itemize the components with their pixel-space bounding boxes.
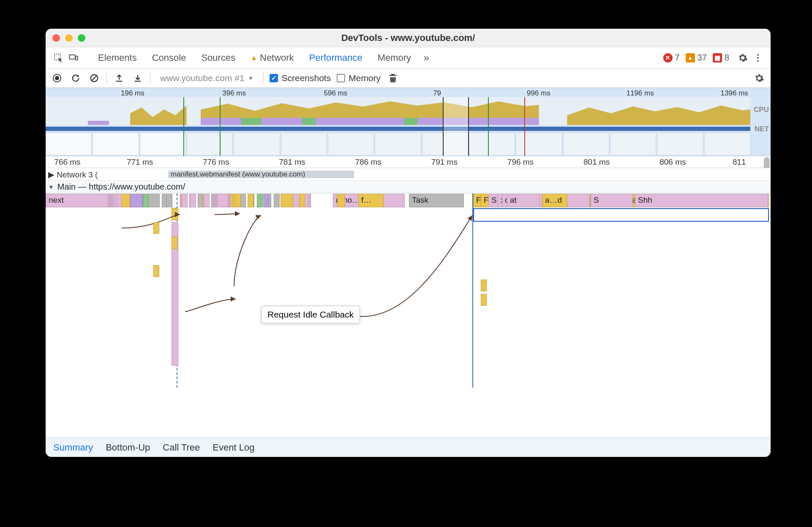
screenshots-label: Screenshots <box>281 73 331 83</box>
overview-net-label: NET <box>755 125 769 133</box>
detail-tab-calltree[interactable]: Call Tree <box>163 442 200 453</box>
tab-console[interactable]: Console <box>144 52 194 63</box>
minimize-icon[interactable] <box>65 34 73 42</box>
inspect-icon[interactable] <box>51 50 66 65</box>
ruler-tick: 806 ms <box>659 158 686 167</box>
detail-tab-eventlog[interactable]: Event Log <box>213 442 254 453</box>
error-count-value: 7 <box>675 53 680 62</box>
ruler-tick: 786 ms <box>355 158 381 167</box>
issue-count-value: 8 <box>725 53 729 62</box>
ov-tick: 1196 ms <box>627 89 654 98</box>
flame-cell[interactable] <box>481 294 487 306</box>
traffic-lights <box>52 34 85 42</box>
ov-tick: 396 ms <box>222 89 246 98</box>
warning-count[interactable]: 37 <box>686 53 707 62</box>
selected-frame <box>473 208 769 222</box>
window-title: DevTools - www.youtube.com/ <box>46 33 771 43</box>
overview-net <box>46 127 750 131</box>
reload-icon[interactable] <box>69 72 82 84</box>
detail-ruler[interactable]: 766 ms 771 ms 776 ms 781 ms 786 ms 791 m… <box>46 156 771 168</box>
record-icon[interactable] <box>51 72 63 84</box>
svg-point-7 <box>55 76 59 80</box>
flame-cell[interactable]: S <box>591 194 633 207</box>
network-track-title: Network 3 ( <box>57 170 98 179</box>
zoom-icon[interactable] <box>78 34 85 42</box>
tab-performance[interactable]: Performance <box>302 52 370 63</box>
flame-cell[interactable]: next <box>46 194 108 207</box>
tab-sources[interactable]: Sources <box>193 52 243 63</box>
clear-icon[interactable] <box>88 72 101 84</box>
expand-icon[interactable]: ▶ <box>48 170 54 179</box>
settings-icon[interactable] <box>735 50 750 65</box>
overview-cpu-label: CPU <box>754 106 769 114</box>
svg-point-5 <box>757 60 759 62</box>
overview-filmstrip <box>46 133 750 155</box>
flame-chart[interactable]: Task T… Task Task Task Anima <box>46 193 771 388</box>
ov-tick: 1396 ms <box>721 89 748 98</box>
flame-cell[interactable]: at <box>507 194 540 207</box>
flame-cell[interactable] <box>153 265 159 277</box>
tab-memory[interactable]: Memory <box>370 52 419 63</box>
flame-cell[interactable] <box>481 280 487 291</box>
kebab-icon[interactable] <box>750 50 766 65</box>
detail-tab-summary[interactable]: Summary <box>53 442 93 453</box>
main-track-header[interactable]: Main — https://www.youtube.com/ <box>46 181 771 193</box>
ruler-tick: 766 ms <box>54 158 80 167</box>
issue-count[interactable]: ▦8 <box>713 53 729 62</box>
device-icon[interactable] <box>66 50 81 65</box>
detail-tabs: Summary Bottom-Up Call Tree Event Log <box>46 437 771 457</box>
svg-point-4 <box>757 57 759 59</box>
overview-ruler[interactable]: 196 ms 396 ms 596 ms 79 996 ms 1196 ms 1… <box>46 88 771 97</box>
ruler-tick: 796 ms <box>507 158 534 167</box>
ov-tick: 79 <box>433 89 441 98</box>
tracks-area: ▶ Network 3 ( manifest.webmanifest (www.… <box>46 168 771 400</box>
capture-settings-icon[interactable] <box>753 72 766 84</box>
flame-cell[interactable]: Shh <box>635 194 768 207</box>
svg-rect-1 <box>69 55 75 59</box>
close-icon[interactable] <box>52 34 60 42</box>
upload-icon[interactable] <box>113 72 125 84</box>
network-item[interactable]: manifest.webmanifest (www.youtube.com) <box>168 171 354 178</box>
perf-toolbar: www.youtube.com #1▼ Screenshots Memory <box>46 68 771 88</box>
tab-elements[interactable]: Elements <box>90 52 144 63</box>
overview-pane[interactable]: CPU NET <box>46 97 771 156</box>
tooltip-text: Request Idle Callback <box>267 310 354 319</box>
svg-point-3 <box>757 54 759 56</box>
ov-tick: 196 ms <box>121 89 144 98</box>
flame-cell[interactable] <box>172 236 177 249</box>
ruler-tick: 801 ms <box>583 158 610 167</box>
ov-tick: 996 ms <box>527 89 550 98</box>
error-count[interactable]: ✕7 <box>663 53 680 62</box>
more-tabs-icon[interactable] <box>419 50 434 65</box>
ruler-tick: 776 ms <box>203 158 229 167</box>
tab-network[interactable]: Network <box>243 52 302 63</box>
ruler-tick: 781 ms <box>279 158 305 167</box>
main-track-title: Main — https://www.youtube.com/ <box>57 182 185 192</box>
collect-garbage-icon[interactable] <box>387 72 399 84</box>
ruler-tick: 791 ms <box>431 158 458 167</box>
memory-label: Memory <box>349 73 381 83</box>
memory-checkbox[interactable]: Memory <box>337 73 381 83</box>
warning-count-value: 37 <box>698 53 707 62</box>
download-icon[interactable] <box>131 72 144 84</box>
profile-dropdown[interactable]: www.youtube.com #1▼ <box>156 72 257 84</box>
svg-line-9 <box>92 76 97 80</box>
screenshots-checkbox[interactable]: Screenshots <box>270 73 331 83</box>
devtools-window: DevTools - www.youtube.com/ Elements Con… <box>46 29 771 457</box>
flame-tooltip: Request Idle Callback <box>261 306 360 323</box>
flame-cell[interactable] <box>153 222 159 234</box>
overview-cpu <box>46 97 750 125</box>
ruler-tick: 771 ms <box>127 158 153 167</box>
detail-tab-bottomup[interactable]: Bottom-Up <box>106 442 150 453</box>
panel-tabs: Elements Console Sources Network Perform… <box>46 47 771 68</box>
profile-dropdown-label: www.youtube.com #1 <box>160 73 245 83</box>
ov-tick: 596 ms <box>324 89 348 98</box>
titlebar: DevTools - www.youtube.com/ <box>46 29 771 47</box>
network-track[interactable]: ▶ Network 3 ( manifest.webmanifest (www.… <box>46 168 771 181</box>
svg-rect-2 <box>76 56 78 60</box>
overview-selection[interactable] <box>443 97 469 156</box>
flame-cell[interactable] <box>172 208 178 220</box>
